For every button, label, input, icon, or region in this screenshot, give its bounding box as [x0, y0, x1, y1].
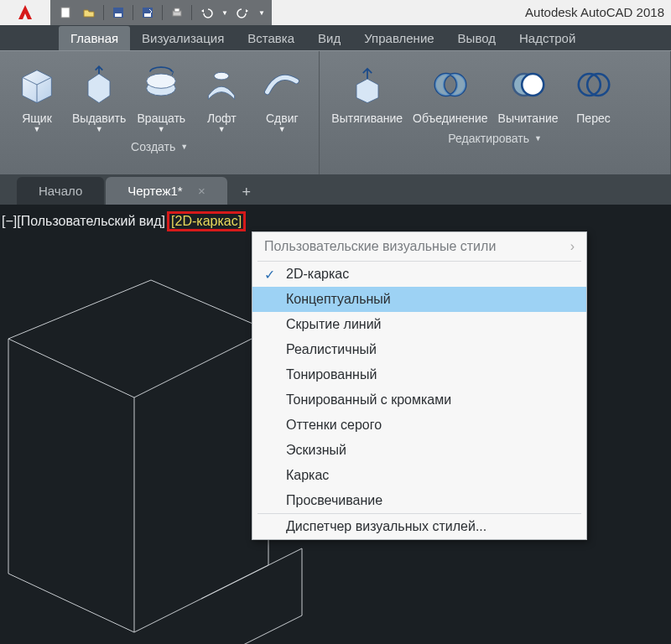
extrude-button[interactable]: Выдавить ▼ — [67, 56, 131, 137]
document-tab-start[interactable]: Начало — [17, 177, 104, 205]
svg-point-9 — [215, 72, 229, 80]
ribbon-tab-output[interactable]: Вывод — [446, 26, 507, 50]
union-icon — [425, 60, 476, 110]
ribbon: Ящик ▼ Выдавить ▼ Вращать ▼ — [0, 50, 671, 174]
qat-redo-icon[interactable] — [233, 3, 253, 23]
ribbon-group-create: Ящик ▼ Выдавить ▼ Вращать ▼ — [0, 51, 320, 174]
qat-redo-dropdown-icon[interactable]: ▼ — [257, 3, 267, 23]
qat-print-icon[interactable] — [167, 3, 187, 23]
menu-item-label: Концептуальный — [286, 292, 391, 306]
document-tab-start-label: Начало — [39, 184, 82, 198]
svg-line-27 — [201, 615, 302, 644]
svg-rect-0 — [61, 8, 70, 18]
box-icon — [12, 60, 62, 110]
ribbon-tab-insert[interactable]: Вставка — [236, 26, 306, 50]
document-tab-drawing1-label: Чертеж1* — [127, 184, 182, 198]
menu-item-label: 2D-каркас — [286, 267, 349, 281]
menu-item-hidden[interactable]: Скрытие линий — [252, 312, 586, 337]
qat-open-icon[interactable] — [79, 3, 99, 23]
qat-separator — [162, 5, 163, 20]
ribbon-tab-home[interactable]: Главная — [59, 26, 130, 50]
loft-button[interactable]: Лофт ▼ — [191, 56, 252, 137]
svg-line-18 — [8, 339, 134, 397]
menu-item-sketchy[interactable]: Эскизный — [252, 438, 586, 463]
qat-undo-icon[interactable] — [196, 3, 216, 23]
svg-rect-2 — [115, 13, 122, 17]
new-tab-button[interactable]: + — [234, 179, 259, 205]
ribbon-tab-addins[interactable]: Надстрой — [507, 26, 587, 50]
close-icon[interactable]: × — [198, 184, 205, 198]
viewport-style-bracket-close: ] — [238, 214, 242, 228]
menu-item-label: Тонированный с кромками — [286, 392, 451, 407]
chevron-right-icon: › — [570, 239, 575, 254]
menu-item-wireframe[interactable]: Каркас — [252, 463, 586, 488]
viewport-style-control[interactable]: [2D-каркас] — [167, 211, 246, 231]
menu-item-2d-wireframe[interactable]: ✓ 2D-каркас — [252, 262, 586, 287]
qat-save-icon[interactable] — [108, 3, 128, 23]
chevron-down-icon: ▼ — [278, 125, 286, 133]
menu-item-label: Диспетчер визуальных стилей... — [286, 519, 486, 533]
qat-new-icon[interactable] — [55, 3, 75, 23]
menu-item-label: Каркас — [286, 468, 329, 482]
menu-item-label: Эскизный — [286, 443, 346, 457]
ribbon-tab-view[interactable]: Вид — [306, 26, 352, 50]
extrude-icon — [74, 60, 124, 110]
viewport-view-label[interactable]: [Пользовательский вид] — [17, 214, 165, 229]
ribbon-tab-manage[interactable]: Управление — [352, 26, 445, 50]
menu-item-realistic[interactable]: Реалистичный — [252, 337, 586, 362]
sweep-label: Сдвиг — [266, 112, 299, 125]
sweep-button[interactable]: Сдвиг ▼ — [252, 56, 312, 137]
ribbon-group-edit: Вытягивание Объединение Вычитание Перес — [320, 51, 671, 174]
menu-item-label: Просвечивание — [286, 493, 382, 507]
extrude-label: Выдавить — [72, 112, 126, 125]
menu-item-conceptual[interactable]: Концептуальный — [252, 287, 586, 312]
viewport-controls[interactable]: [−] [Пользовательский вид] [2D-каркас] — [2, 211, 246, 231]
qat-separator — [191, 5, 192, 20]
intersect-icon — [569, 60, 619, 110]
menu-item-label: Оттенки серого — [286, 418, 382, 432]
svg-line-25 — [201, 548, 302, 599]
union-button[interactable]: Объединение — [408, 56, 493, 128]
menu-header-custom-styles[interactable]: Пользовательские визуальные стили › — [252, 232, 586, 261]
app-menu-button[interactable] — [0, 0, 50, 25]
revolve-label: Вращать — [138, 112, 186, 125]
menu-item-styles-manager[interactable]: Диспетчер визуальных стилей... — [252, 514, 586, 539]
qat-saveas-icon[interactable] — [138, 3, 158, 23]
chevron-down-icon: ▼ — [158, 125, 165, 133]
menu-item-shaded-edges[interactable]: Тонированный с кромками — [252, 387, 586, 413]
document-tab-drawing1[interactable]: Чертеж1* × — [106, 177, 226, 205]
menu-item-xray[interactable]: Просвечивание — [252, 488, 586, 513]
subtract-button[interactable]: Вычитание — [493, 56, 564, 128]
document-tab-strip: Начало Чертеж1* × + — [0, 174, 671, 205]
svg-point-8 — [147, 74, 176, 88]
chevron-down-icon: ▼ — [34, 125, 41, 133]
group-title-edit-label: Редактировать — [448, 132, 529, 145]
menu-item-label: Скрытие линий — [286, 317, 382, 331]
menu-header-label: Пользовательские визуальные стили — [264, 239, 496, 254]
intersect-button[interactable]: Перес — [564, 56, 624, 128]
box-label: Ящик — [22, 112, 52, 125]
viewport-minimize[interactable]: [−] — [2, 214, 17, 229]
subtract-icon — [503, 60, 554, 110]
subtract-label: Вычитание — [498, 112, 559, 125]
model-viewport[interactable]: [−] [Пользовательский вид] [2D-каркас] П… — [0, 205, 671, 644]
svg-rect-6 — [174, 8, 179, 12]
check-icon: ✓ — [264, 267, 275, 283]
menu-item-shaded[interactable]: Тонированный — [252, 362, 586, 387]
menu-item-grayscale[interactable]: Оттенки серого — [252, 413, 586, 438]
viewport-style-label: 2D-каркас — [175, 214, 238, 228]
qat-separator — [133, 5, 133, 20]
group-title-edit[interactable]: Редактировать ▼ — [320, 130, 670, 150]
svg-point-13 — [522, 74, 544, 96]
presspull-button[interactable]: Вытягивание — [326, 56, 408, 128]
union-label: Объединение — [413, 112, 488, 125]
group-title-create[interactable]: Создать ▼ — [0, 138, 319, 158]
qat-undo-dropdown-icon[interactable]: ▼ — [220, 3, 230, 23]
box-button[interactable]: Ящик ▼ — [7, 56, 67, 137]
ribbon-tab-visualization[interactable]: Визуализация — [130, 26, 236, 50]
menu-item-label: Реалистичный — [286, 342, 377, 356]
svg-line-19 — [134, 330, 268, 397]
svg-line-17 — [151, 280, 268, 330]
revolve-button[interactable]: Вращать ▼ — [131, 56, 191, 137]
presspull-label: Вытягивание — [331, 112, 403, 125]
